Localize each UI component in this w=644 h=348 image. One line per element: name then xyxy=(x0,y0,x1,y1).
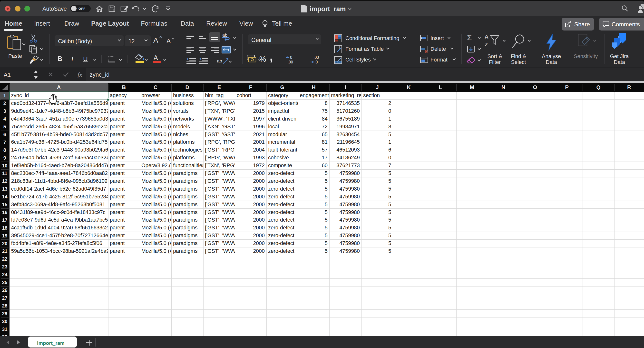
svg-text:.0: .0 xyxy=(314,60,318,64)
svg-text:0: 0 xyxy=(290,56,292,60)
svg-text:A: A xyxy=(484,34,488,40)
svg-text:.00: .00 xyxy=(314,56,319,60)
svg-text:.00: .00 xyxy=(288,60,293,64)
svg-text:Z: Z xyxy=(484,42,488,48)
